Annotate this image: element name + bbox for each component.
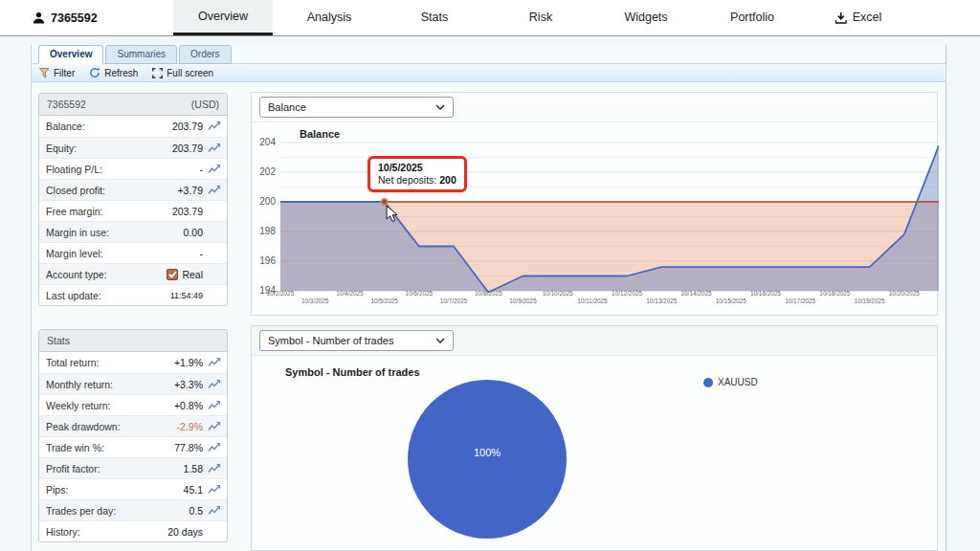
nav-tab-portfolio[interactable]: Portfolio [705, 0, 799, 35]
row-value: 1.58 [184, 463, 203, 474]
svg-text:10/5/2025: 10/5/2025 [370, 298, 398, 304]
sparkline-icon[interactable] [208, 379, 222, 390]
account-panel-title: 7365592 [47, 99, 86, 110]
legend-color-dot [703, 378, 713, 387]
row-value: 11:54:49 [170, 291, 203, 300]
fullscreen-button[interactable]: Full screen [152, 68, 213, 78]
row-label: Total return: [46, 357, 99, 368]
chevron-down-icon [435, 338, 445, 343]
sparkline-icon[interactable] [208, 442, 222, 453]
svg-text:10/11/2025: 10/11/2025 [577, 298, 608, 304]
pie-chart[interactable]: 100% [408, 380, 567, 539]
balance-chart-canvas[interactable]: 20420220019819619410/2/202510/3/202510/4… [252, 122, 939, 317]
fullscreen-icon [152, 68, 163, 78]
row-value: -2.9% [177, 421, 203, 432]
table-row: Margin in use:0.00 [39, 221, 227, 242]
table-row: Last update:11:54:49 [39, 284, 227, 305]
top-navigation: 7365592 Overview Analysis Stats Risk Wid… [0, 0, 980, 36]
toolbar: Filter Refresh Full screen [31, 63, 947, 82]
sparkline-icon[interactable] [208, 185, 222, 196]
row-label: Floating P/L: [46, 164, 102, 175]
symbol-metric-select[interactable]: Symbol - Number of trades [259, 330, 454, 351]
table-row: Peak drawdown:-2.9% [39, 415, 227, 436]
svg-text:10/15/2025: 10/15/2025 [716, 298, 746, 304]
svg-text:10/13/2025: 10/13/2025 [646, 298, 677, 304]
sparkline-icon[interactable] [208, 421, 222, 432]
filter-button[interactable]: Filter [39, 68, 75, 78]
row-label: Free margin: [46, 206, 103, 217]
sparkline-icon[interactable] [208, 143, 222, 154]
row-value: 0.00 [184, 227, 203, 238]
row-value: +0.8% [174, 400, 203, 411]
table-row: Account type:Real [39, 263, 227, 284]
table-row: Equity:203.79 [39, 137, 227, 158]
svg-text:202: 202 [259, 166, 276, 177]
table-row: Margin level:- [39, 242, 227, 263]
app-window: 7365592 Overview Analysis Stats Risk Wid… [0, 0, 980, 551]
svg-text:10/8/2025: 10/8/2025 [475, 290, 502, 297]
nav-tab-widgets[interactable]: Widgets [599, 0, 692, 35]
sparkline-icon[interactable] [208, 164, 222, 175]
filter-icon [39, 68, 50, 78]
table-row: Pips:45.1 [39, 478, 227, 499]
account-panel-header: 7365592 (USD) [39, 94, 227, 116]
balance-chart-panel: Balance Balance 20420220019819619410/2/2… [251, 92, 938, 316]
row-value: 203.79 [172, 121, 203, 132]
sparkline-icon[interactable] [208, 400, 222, 411]
stats-rows: Total return:+1.9%Monthly return:+3.3%We… [39, 352, 227, 541]
table-row: Free margin:203.79 [39, 200, 227, 221]
svg-text:10/12/2025: 10/12/2025 [612, 290, 642, 297]
row-value: +1.9% [174, 357, 203, 368]
table-row: Monthly return:+3.3% [39, 373, 227, 394]
subtab-orders[interactable]: Orders [179, 45, 232, 64]
stats-panel: Stats Total return:+1.9%Monthly return:+… [38, 329, 228, 542]
table-row: Weekly return:+0.8% [39, 394, 227, 415]
account-switcher[interactable]: 7365592 [33, 0, 98, 35]
subtab-overview[interactable]: Overview [38, 45, 103, 64]
table-row: Profit factor:1.58 [39, 457, 227, 478]
stats-panel-header: Stats [39, 330, 227, 352]
balance-metric-select[interactable]: Balance [259, 97, 454, 118]
nav-tab-excel[interactable]: Excel [811, 0, 907, 35]
subtab-summaries[interactable]: Summaries [105, 45, 177, 64]
svg-text:10/9/2025: 10/9/2025 [509, 298, 537, 304]
mouse-cursor [386, 205, 399, 224]
pie-slice-label: 100% [474, 447, 501, 458]
row-value: 45.1 [184, 484, 203, 496]
svg-text:196: 196 [259, 255, 276, 266]
sparkline-icon[interactable] [208, 484, 222, 496]
chart-tooltip: 10/5/2025 Net deposits: 200 [368, 156, 467, 192]
row-value: - [200, 164, 204, 175]
nav-tab-overview[interactable]: Overview [173, 0, 273, 35]
table-row: History:20 days [39, 520, 227, 541]
refresh-button[interactable]: Refresh [89, 67, 138, 78]
report-subtabs: Overview Summaries Orders [38, 45, 232, 64]
row-value: 0.5 [189, 505, 203, 517]
refresh-icon [89, 67, 100, 78]
row-value: 203.79 [172, 206, 203, 217]
account-info-panel: 7365592 (USD) Balance:203.79Equity:203.7… [38, 93, 228, 306]
legend-label: XAUUSD [718, 377, 758, 387]
sparkline-icon[interactable] [208, 463, 222, 474]
download-icon [835, 12, 847, 24]
tooltip-label: Net deposits: [378, 174, 436, 186]
stats-panel-title: Stats [47, 335, 70, 346]
real-account-checkbox[interactable] [167, 269, 178, 280]
row-label: Equity: [46, 143, 77, 154]
row-label: Trade win %: [46, 442, 104, 453]
sparkline-icon[interactable] [208, 121, 222, 132]
account-number: 7365592 [51, 11, 98, 25]
pie-legend[interactable]: XAUUSD [703, 377, 758, 387]
row-label: Monthly return: [46, 379, 113, 390]
sparkline-icon[interactable] [208, 357, 222, 368]
nav-tab-stats[interactable]: Stats [396, 0, 474, 35]
row-label: Weekly return: [46, 400, 111, 411]
nav-tab-risk[interactable]: Risk [504, 0, 577, 35]
svg-text:10/4/2025: 10/4/2025 [336, 290, 364, 297]
table-row: Floating P/L:- [39, 158, 227, 179]
row-value: Real [167, 269, 203, 280]
row-label: Trades per day: [46, 505, 116, 517]
nav-tab-analysis[interactable]: Analysis [282, 0, 377, 35]
svg-text:10/7/2025: 10/7/2025 [440, 298, 468, 304]
sparkline-icon[interactable] [208, 505, 222, 517]
